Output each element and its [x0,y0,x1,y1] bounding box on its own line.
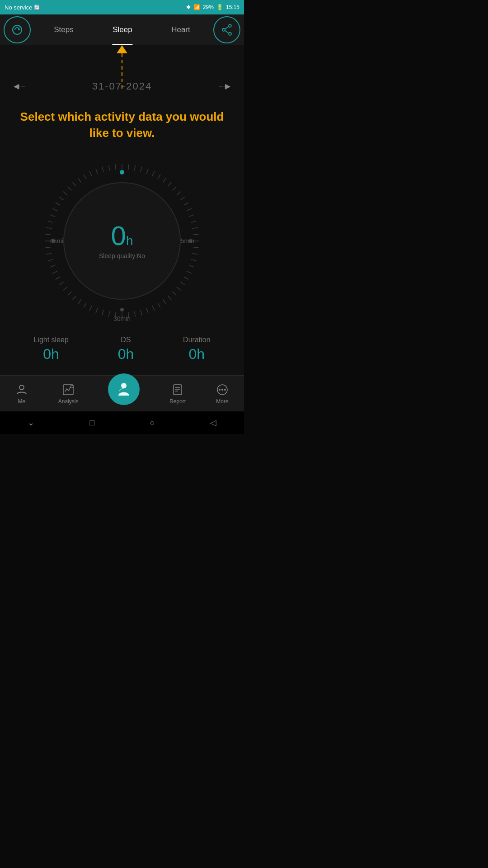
svg-rect-86 [174,385,182,395]
svg-line-4 [225,27,229,29]
report-icon [171,383,184,396]
tab-steps[interactable]: Steps [47,14,80,45]
prev-date-button[interactable]: ◀··· [5,77,34,95]
battery-icon: 🔋 [216,4,223,10]
light-sleep-label: Light sleep [33,336,68,344]
bottom-nav: Me Analysis Report [0,375,244,411]
svg-point-91 [219,389,221,391]
more-label: More [216,398,228,405]
light-sleep-value: 0h [33,346,68,363]
status-bar: No service 🔄 ✱ 📶 29% 🔋 15:15 [0,0,244,14]
svg-point-3 [222,28,225,31]
svg-point-1 [229,24,231,27]
status-right: ✱ 📶 29% 🔋 15:15 [186,4,239,10]
svg-line-5 [225,31,229,33]
ds-label: DS [118,336,134,344]
sleep-hours-value: 0 [111,222,126,250]
instruction-text: Select which activity data you would lik… [0,99,244,151]
duration-label: Duration [183,336,210,344]
time-text: 15:15 [226,4,239,10]
sleep-gauge: // This will be rendered via the SVG bel… [36,155,208,327]
gauge-circle: 0 h Sleep quality:No [63,182,181,300]
status-left: No service 🔄 [5,4,40,11]
svg-point-85 [121,383,127,388]
svg-point-2 [229,33,231,35]
android-back-btn[interactable]: ◁ [206,413,221,432]
nav-home-button[interactable] [108,373,140,405]
signal-icon: 🔄 [34,5,40,10]
report-label: Report [169,398,186,405]
refresh-button[interactable] [4,16,31,43]
svg-point-92 [221,389,223,391]
android-down-btn[interactable]: ⌄ [23,413,39,432]
bluetooth-icon: ✱ [186,4,191,10]
duration-stat: Duration 0h [183,336,210,363]
label-30min: 30min [113,315,131,322]
android-home-btn[interactable]: ○ [145,414,160,432]
svg-point-82 [19,385,24,390]
gauge-value-container: 0 h [111,222,133,250]
tabs-container: Steps Sleep Heart [34,14,210,45]
svg-point-0 [13,25,22,34]
ds-stat: DS 0h [118,336,134,363]
gauge-unit: h [126,234,133,248]
nav-more[interactable]: More [216,383,229,405]
sleep-quality-text: Sleep quality:No [99,252,145,259]
nav-me[interactable]: Me [15,383,28,405]
next-date-button[interactable]: ···▶ [210,77,239,95]
android-square-btn[interactable]: □ [85,414,99,432]
share-button[interactable] [213,16,240,43]
battery-text: 29% [203,4,214,10]
analysis-icon [61,383,75,396]
header: Steps Sleep Heart [0,14,244,45]
svg-point-84 [70,385,73,388]
date-display: 31-07-2024 [34,80,210,92]
light-sleep-stat: Light sleep 0h [33,336,68,363]
android-nav: ⌄ □ ○ ◁ [0,411,244,434]
ds-value: 0h [118,346,134,363]
stats-row: Light sleep 0h DS 0h Duration 0h [0,331,244,367]
tab-heart[interactable]: Heart [164,14,197,45]
carrier-text: No service [5,4,32,11]
svg-point-93 [224,389,226,391]
analysis-label: Analysis [58,398,79,405]
more-icon [216,383,229,396]
me-icon [15,383,28,396]
up-arrow-icon [117,45,127,53]
tab-sleep[interactable]: Sleep [105,14,139,45]
main-content: ◀··· 31-07-2024 ···▶ Select which activi… [0,45,244,375]
nav-analysis[interactable]: Analysis [58,383,79,405]
nav-report[interactable]: Report [169,383,186,405]
wifi-icon: 📶 [193,4,200,10]
duration-value: 0h [183,346,210,363]
me-label: Me [18,398,26,405]
